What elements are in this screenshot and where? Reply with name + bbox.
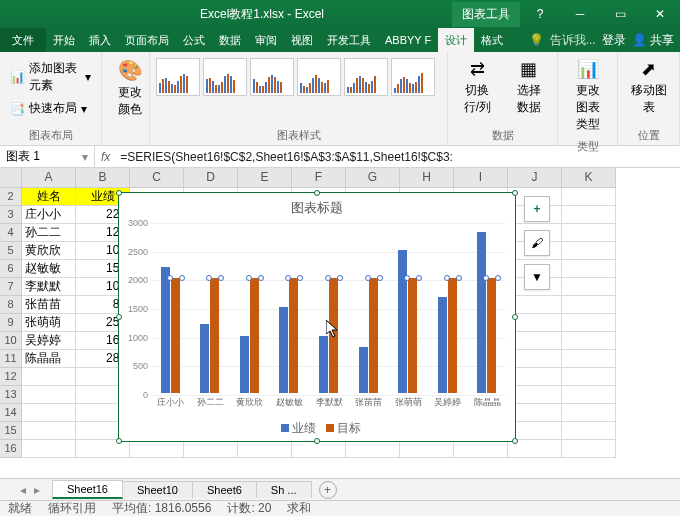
tab-formulas[interactable]: 公式: [176, 28, 212, 52]
cell[interactable]: 姓名: [22, 188, 76, 206]
cell[interactable]: [508, 296, 562, 314]
cell[interactable]: [22, 440, 76, 458]
bar-series-0[interactable]: [319, 336, 328, 393]
chart-object[interactable]: 图表标题 050010001500200025003000庄小小孙二二黄欣欣赵敏…: [118, 192, 516, 442]
restore-icon[interactable]: ▭: [600, 0, 640, 28]
bar-series-1[interactable]: [329, 278, 338, 393]
bar-series-0[interactable]: [477, 232, 486, 393]
chart-style-thumb[interactable]: [297, 58, 341, 96]
row-header[interactable]: 3: [0, 206, 22, 224]
cell[interactable]: 孙二二: [22, 224, 76, 242]
bar-series-0[interactable]: [359, 347, 368, 393]
cell[interactable]: [508, 404, 562, 422]
tab-pagelayout[interactable]: 页面布局: [118, 28, 176, 52]
select-all[interactable]: [0, 168, 22, 188]
cell[interactable]: 李默默: [22, 278, 76, 296]
tab-developer[interactable]: 开发工具: [320, 28, 378, 52]
cell[interactable]: [562, 188, 616, 206]
cell[interactable]: [238, 440, 292, 458]
select-data-button[interactable]: ▦选择数据: [507, 54, 551, 120]
col-header[interactable]: A: [22, 168, 76, 188]
move-chart-button[interactable]: ⬈移动图表: [624, 54, 673, 120]
bar-series-0[interactable]: [200, 324, 209, 393]
cell[interactable]: [562, 386, 616, 404]
cell[interactable]: [508, 332, 562, 350]
cell[interactable]: 陈晶晶: [22, 350, 76, 368]
cell[interactable]: [562, 332, 616, 350]
row-header[interactable]: 11: [0, 350, 22, 368]
row-header[interactable]: 5: [0, 242, 22, 260]
cell[interactable]: [130, 440, 184, 458]
cell[interactable]: [562, 368, 616, 386]
tab-format[interactable]: 格式: [474, 28, 510, 52]
col-header[interactable]: F: [292, 168, 346, 188]
cell[interactable]: [562, 224, 616, 242]
chart-style-thumb[interactable]: [156, 58, 200, 96]
col-header[interactable]: I: [454, 168, 508, 188]
chart-styles-button[interactable]: 🖌: [524, 230, 550, 256]
bar-series-1[interactable]: [408, 278, 417, 393]
chart-style-thumb[interactable]: [391, 58, 435, 96]
cell[interactable]: [562, 422, 616, 440]
cell[interactable]: [454, 440, 508, 458]
col-header[interactable]: E: [238, 168, 292, 188]
bar-series-0[interactable]: [240, 336, 249, 393]
row-header[interactable]: 12: [0, 368, 22, 386]
formula-input[interactable]: =SERIES(Sheet16!$C$2,Sheet16!$A$3:$A$11,…: [116, 150, 680, 164]
cell[interactable]: [562, 206, 616, 224]
cell[interactable]: [562, 296, 616, 314]
change-chart-type-button[interactable]: 📊更改 图表类型: [564, 54, 611, 137]
cell[interactable]: [562, 278, 616, 296]
col-header[interactable]: J: [508, 168, 562, 188]
cell[interactable]: [76, 440, 130, 458]
chart-style-thumb[interactable]: [250, 58, 294, 96]
row-header[interactable]: 6: [0, 260, 22, 278]
bar-series-0[interactable]: [398, 250, 407, 393]
cell[interactable]: [22, 368, 76, 386]
bar-series-0[interactable]: [161, 267, 170, 393]
row-header[interactable]: 15: [0, 422, 22, 440]
add-chart-element-button[interactable]: 📊添加图表元素▾: [6, 58, 95, 96]
help-icon[interactable]: ?: [520, 0, 560, 28]
row-header[interactable]: 16: [0, 440, 22, 458]
sheet-tab[interactable]: Sheet6: [192, 481, 257, 498]
cell[interactable]: [562, 350, 616, 368]
cell[interactable]: [508, 368, 562, 386]
bar-series-1[interactable]: [210, 278, 219, 393]
cell[interactable]: [562, 404, 616, 422]
share-button[interactable]: 👤 共享: [632, 32, 674, 49]
col-header[interactable]: G: [346, 168, 400, 188]
cell[interactable]: [400, 440, 454, 458]
cell[interactable]: [184, 440, 238, 458]
sheet-tab[interactable]: Sh ...: [256, 481, 312, 498]
cell[interactable]: [562, 314, 616, 332]
tab-nav-prev[interactable]: ◂: [20, 483, 26, 497]
col-header[interactable]: C: [130, 168, 184, 188]
cell[interactable]: [22, 422, 76, 440]
bar-series-1[interactable]: [171, 278, 180, 393]
cell[interactable]: [22, 404, 76, 422]
cell[interactable]: [508, 350, 562, 368]
cell[interactable]: [508, 386, 562, 404]
chart-elements-button[interactable]: +: [524, 196, 550, 222]
minimize-icon[interactable]: ─: [560, 0, 600, 28]
tab-file[interactable]: 文件: [0, 28, 46, 52]
bar-series-0[interactable]: [438, 297, 447, 393]
name-box[interactable]: 图表 1▾: [0, 146, 95, 167]
cell[interactable]: 赵敏敏: [22, 260, 76, 278]
chart-filters-button[interactable]: ▼: [524, 264, 550, 290]
plot-area[interactable]: 050010001500200025003000庄小小孙二二黄欣欣赵敏敏李默默张…: [151, 223, 505, 393]
cell[interactable]: [562, 440, 616, 458]
worksheet[interactable]: ABCDEFGHIJK 2姓名业绩3庄小小2204孙二二1205黄欣欣1006赵…: [0, 168, 680, 488]
cell[interactable]: [22, 386, 76, 404]
tell-me[interactable]: 告诉我...: [550, 32, 596, 49]
close-icon[interactable]: ✕: [640, 0, 680, 28]
tab-review[interactable]: 审阅: [248, 28, 284, 52]
cell[interactable]: 张萌萌: [22, 314, 76, 332]
col-header[interactable]: H: [400, 168, 454, 188]
bar-series-1[interactable]: [289, 278, 298, 393]
chart-style-thumb[interactable]: [344, 58, 388, 96]
col-header[interactable]: B: [76, 168, 130, 188]
tab-insert[interactable]: 插入: [82, 28, 118, 52]
bar-series-1[interactable]: [448, 278, 457, 393]
